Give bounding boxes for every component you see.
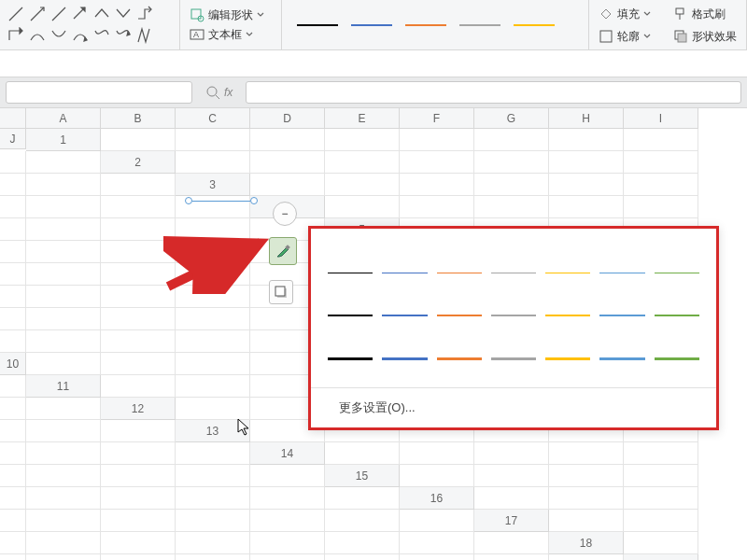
row-header[interactable]: 19 xyxy=(624,554,698,560)
cell[interactable] xyxy=(325,510,400,532)
cell[interactable] xyxy=(474,532,549,554)
cell[interactable] xyxy=(101,375,176,398)
cell[interactable] xyxy=(176,151,250,174)
cell[interactable] xyxy=(0,263,26,286)
line-style-option[interactable] xyxy=(437,273,482,273)
line-style-option[interactable] xyxy=(328,315,373,316)
row-header[interactable]: 11 xyxy=(26,375,101,398)
edit-shape-menu[interactable]: 编辑形状 xyxy=(186,6,275,25)
line-style-option[interactable] xyxy=(599,357,644,360)
cell[interactable] xyxy=(101,286,176,308)
select-all-corner[interactable] xyxy=(0,108,26,129)
line-style-option[interactable] xyxy=(382,357,427,360)
cell[interactable] xyxy=(0,375,26,398)
column-header[interactable]: B xyxy=(101,108,176,129)
cell[interactable] xyxy=(624,487,698,510)
cell[interactable] xyxy=(26,330,101,353)
cell[interactable] xyxy=(101,174,176,196)
cell[interactable] xyxy=(101,510,176,532)
cell[interactable] xyxy=(101,442,176,465)
column-header[interactable]: D xyxy=(250,108,325,129)
fx-icon-area[interactable]: fx xyxy=(198,85,240,100)
cell[interactable] xyxy=(325,442,400,465)
cell[interactable] xyxy=(26,308,101,330)
cell[interactable] xyxy=(101,487,176,510)
cell[interactable] xyxy=(474,442,549,465)
cell[interactable] xyxy=(176,510,250,532)
line-style-option[interactable] xyxy=(491,357,536,360)
line-style-swatch[interactable] xyxy=(514,24,555,26)
cell[interactable] xyxy=(176,465,250,487)
cell[interactable] xyxy=(624,465,698,487)
cell[interactable] xyxy=(400,510,474,532)
line-style-swatch[interactable] xyxy=(405,24,446,26)
cell[interactable] xyxy=(250,510,325,532)
cell[interactable] xyxy=(101,353,176,375)
column-header[interactable]: E xyxy=(325,108,400,129)
cell[interactable] xyxy=(250,532,325,554)
more-settings-item[interactable]: 更多设置(O)... xyxy=(311,387,716,427)
cell[interactable] xyxy=(474,487,549,510)
cell[interactable] xyxy=(474,151,549,174)
column-header[interactable]: F xyxy=(400,108,474,129)
cell[interactable] xyxy=(0,286,26,308)
cell[interactable] xyxy=(176,554,250,560)
collapse-button[interactable]: − xyxy=(273,202,297,226)
row-header[interactable]: 15 xyxy=(325,465,400,487)
line-style-option[interactable] xyxy=(655,357,699,360)
cell[interactable] xyxy=(26,286,101,308)
cell[interactable] xyxy=(0,420,26,442)
cell[interactable] xyxy=(176,398,250,420)
cell[interactable] xyxy=(176,442,250,465)
cell[interactable] xyxy=(549,487,624,510)
cell[interactable] xyxy=(549,129,624,151)
cell[interactable] xyxy=(325,129,400,151)
cell[interactable] xyxy=(26,487,101,510)
cell[interactable] xyxy=(0,330,26,353)
row-header[interactable]: 2 xyxy=(101,151,176,174)
cell[interactable] xyxy=(101,129,176,151)
row-header[interactable]: 17 xyxy=(474,510,549,532)
row-header[interactable]: 12 xyxy=(101,398,176,420)
line-style-swatch[interactable] xyxy=(351,24,392,26)
name-box[interactable] xyxy=(6,81,192,104)
column-header[interactable]: C xyxy=(176,108,250,129)
cell[interactable] xyxy=(624,196,698,218)
row-header[interactable]: 1 xyxy=(26,129,101,151)
cell[interactable] xyxy=(101,308,176,330)
cell[interactable] xyxy=(26,442,101,465)
cell[interactable] xyxy=(0,510,26,532)
textbox-menu[interactable]: A 文本框 xyxy=(186,25,275,45)
line-style-option[interactable] xyxy=(655,273,699,273)
cell[interactable] xyxy=(400,151,474,174)
row-header[interactable]: 3 xyxy=(176,174,250,196)
cell[interactable] xyxy=(325,532,400,554)
cell[interactable] xyxy=(400,196,474,218)
cell[interactable] xyxy=(325,196,400,218)
cell[interactable] xyxy=(400,174,474,196)
line-style-option[interactable] xyxy=(382,273,427,273)
cell[interactable] xyxy=(549,442,624,465)
cell[interactable] xyxy=(549,151,624,174)
cell[interactable] xyxy=(250,151,325,174)
cell[interactable] xyxy=(0,196,26,218)
cell[interactable] xyxy=(176,353,250,375)
cell[interactable] xyxy=(101,241,176,263)
cell[interactable] xyxy=(549,510,624,532)
cell[interactable] xyxy=(101,330,176,353)
line-style-option[interactable] xyxy=(491,273,536,273)
cell[interactable] xyxy=(624,151,698,174)
column-header[interactable]: H xyxy=(549,108,624,129)
cell[interactable] xyxy=(176,286,250,308)
selected-line-shape[interactable] xyxy=(185,194,258,207)
cell[interactable] xyxy=(0,532,26,554)
format-painter-button[interactable]: 格式刷 xyxy=(669,4,740,24)
cell[interactable] xyxy=(26,151,101,174)
cell[interactable] xyxy=(26,554,101,560)
line-style-option[interactable] xyxy=(382,315,427,316)
cell[interactable] xyxy=(0,241,26,263)
column-header[interactable]: A xyxy=(26,108,101,129)
shape-effects-menu[interactable]: 形状效果 xyxy=(669,26,740,47)
cell[interactable] xyxy=(0,308,26,330)
line-style-option[interactable] xyxy=(328,273,373,273)
